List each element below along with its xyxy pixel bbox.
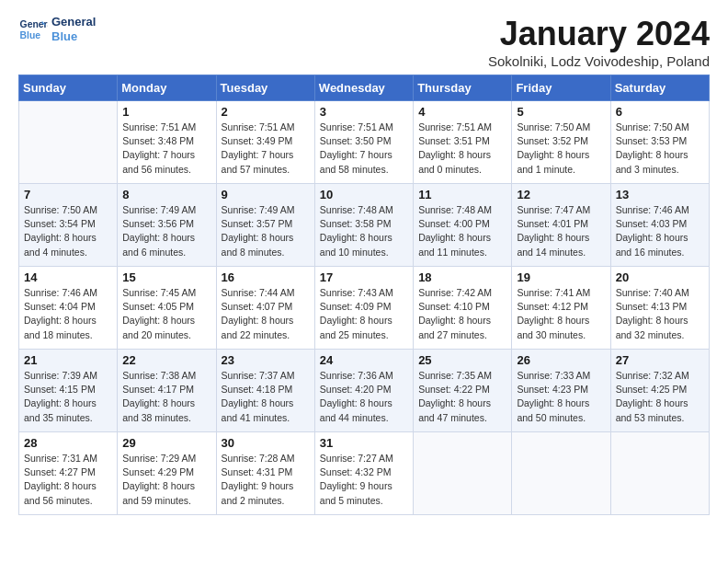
day-number: 31	[320, 436, 408, 450]
day-info: Sunrise: 7:49 AM Sunset: 3:57 PM Dayligh…	[222, 203, 310, 259]
day-info: Sunrise: 7:51 AM Sunset: 3:50 PM Dayligh…	[320, 121, 408, 177]
day-number: 28	[24, 436, 112, 450]
calendar-cell	[610, 432, 709, 515]
day-info: Sunrise: 7:50 AM Sunset: 3:54 PM Dayligh…	[24, 203, 112, 259]
day-number: 23	[222, 353, 310, 367]
day-info: Sunrise: 7:33 AM Sunset: 4:23 PM Dayligh…	[517, 369, 605, 425]
day-number: 12	[517, 188, 605, 201]
day-number: 29	[122, 436, 210, 450]
day-number: 11	[418, 188, 506, 201]
calendar-cell	[512, 432, 610, 515]
day-number: 3	[320, 105, 408, 119]
calendar-cell: 8Sunrise: 7:49 AM Sunset: 3:56 PM Daylig…	[118, 184, 216, 267]
day-number: 15	[122, 270, 210, 284]
day-number: 1	[122, 105, 210, 119]
day-number: 25	[418, 353, 506, 367]
calendar-subtitle: Sokolniki, Lodz Voivodeship, Poland	[488, 53, 710, 69]
calendar-cell: 16Sunrise: 7:44 AM Sunset: 4:07 PM Dayli…	[216, 267, 314, 350]
calendar-cell: 20Sunrise: 7:40 AM Sunset: 4:13 PM Dayli…	[610, 267, 709, 350]
calendar-cell: 18Sunrise: 7:42 AM Sunset: 4:10 PM Dayli…	[414, 267, 512, 350]
day-number: 26	[517, 353, 605, 367]
day-info: Sunrise: 7:43 AM Sunset: 4:09 PM Dayligh…	[320, 286, 408, 342]
day-number: 8	[122, 188, 210, 201]
day-number: 4	[418, 105, 506, 119]
day-info: Sunrise: 7:50 AM Sunset: 3:52 PM Dayligh…	[517, 121, 605, 177]
weekday-header-monday: Monday	[118, 75, 216, 101]
calendar-cell: 19Sunrise: 7:41 AM Sunset: 4:12 PM Dayli…	[512, 267, 610, 350]
calendar-week-row: 7Sunrise: 7:50 AM Sunset: 3:54 PM Daylig…	[19, 184, 710, 267]
day-number: 10	[320, 188, 408, 201]
calendar-cell: 24Sunrise: 7:36 AM Sunset: 4:20 PM Dayli…	[314, 350, 413, 432]
page-header: General Blue General Blue January 2024 S…	[18, 15, 710, 69]
day-number: 5	[517, 105, 605, 119]
svg-text:Blue: Blue	[20, 30, 41, 40]
calendar-cell: 15Sunrise: 7:45 AM Sunset: 4:05 PM Dayli…	[118, 267, 216, 350]
day-number: 30	[222, 436, 310, 450]
day-info: Sunrise: 7:50 AM Sunset: 3:53 PM Dayligh…	[616, 121, 704, 177]
day-number: 22	[122, 353, 210, 367]
day-number: 6	[616, 105, 704, 119]
calendar-week-row: 28Sunrise: 7:31 AM Sunset: 4:27 PM Dayli…	[19, 432, 710, 515]
calendar-table: SundayMondayTuesdayWednesdayThursdayFrid…	[18, 75, 710, 515]
weekday-header-sunday: Sunday	[19, 75, 118, 101]
calendar-cell: 4Sunrise: 7:51 AM Sunset: 3:51 PM Daylig…	[414, 101, 512, 184]
calendar-cell: 5Sunrise: 7:50 AM Sunset: 3:52 PM Daylig…	[512, 101, 610, 184]
weekday-header-wednesday: Wednesday	[314, 75, 413, 101]
day-number: 14	[24, 270, 112, 284]
day-number: 9	[222, 188, 310, 201]
calendar-cell: 3Sunrise: 7:51 AM Sunset: 3:50 PM Daylig…	[314, 101, 413, 184]
calendar-cell: 2Sunrise: 7:51 AM Sunset: 3:49 PM Daylig…	[216, 101, 314, 184]
day-info: Sunrise: 7:37 AM Sunset: 4:18 PM Dayligh…	[222, 369, 310, 425]
day-number: 13	[616, 188, 704, 201]
calendar-cell: 25Sunrise: 7:35 AM Sunset: 4:22 PM Dayli…	[414, 350, 512, 432]
day-number: 18	[418, 270, 506, 284]
day-info: Sunrise: 7:31 AM Sunset: 4:27 PM Dayligh…	[24, 452, 112, 508]
calendar-cell: 9Sunrise: 7:49 AM Sunset: 3:57 PM Daylig…	[216, 184, 314, 267]
calendar-cell: 27Sunrise: 7:32 AM Sunset: 4:25 PM Dayli…	[610, 350, 709, 432]
calendar-cell: 12Sunrise: 7:47 AM Sunset: 4:01 PM Dayli…	[512, 184, 610, 267]
calendar-week-row: 1Sunrise: 7:51 AM Sunset: 3:48 PM Daylig…	[19, 101, 710, 184]
day-info: Sunrise: 7:40 AM Sunset: 4:13 PM Dayligh…	[616, 286, 704, 342]
calendar-cell: 22Sunrise: 7:38 AM Sunset: 4:17 PM Dayli…	[118, 350, 216, 432]
day-info: Sunrise: 7:36 AM Sunset: 4:20 PM Dayligh…	[320, 369, 408, 425]
calendar-cell: 10Sunrise: 7:48 AM Sunset: 3:58 PM Dayli…	[314, 184, 413, 267]
day-number: 17	[320, 270, 408, 284]
calendar-cell: 1Sunrise: 7:51 AM Sunset: 3:48 PM Daylig…	[118, 101, 216, 184]
day-info: Sunrise: 7:51 AM Sunset: 3:49 PM Dayligh…	[222, 121, 310, 177]
calendar-cell: 13Sunrise: 7:46 AM Sunset: 4:03 PM Dayli…	[610, 184, 709, 267]
day-info: Sunrise: 7:47 AM Sunset: 4:01 PM Dayligh…	[517, 203, 605, 259]
day-info: Sunrise: 7:44 AM Sunset: 4:07 PM Dayligh…	[222, 286, 310, 342]
calendar-cell: 7Sunrise: 7:50 AM Sunset: 3:54 PM Daylig…	[19, 184, 118, 267]
calendar-cell: 11Sunrise: 7:48 AM Sunset: 4:00 PM Dayli…	[414, 184, 512, 267]
day-info: Sunrise: 7:48 AM Sunset: 3:58 PM Dayligh…	[320, 203, 408, 259]
calendar-cell	[414, 432, 512, 515]
logo-icon: General Blue	[18, 15, 48, 44]
day-info: Sunrise: 7:49 AM Sunset: 3:56 PM Dayligh…	[122, 203, 210, 259]
day-info: Sunrise: 7:27 AM Sunset: 4:32 PM Dayligh…	[320, 452, 408, 508]
day-number: 27	[616, 353, 704, 367]
day-info: Sunrise: 7:51 AM Sunset: 3:51 PM Dayligh…	[418, 121, 506, 177]
logo-text-general: General	[51, 15, 96, 29]
day-info: Sunrise: 7:32 AM Sunset: 4:25 PM Dayligh…	[616, 369, 704, 425]
day-info: Sunrise: 7:46 AM Sunset: 4:03 PM Dayligh…	[616, 203, 704, 259]
svg-text:General: General	[20, 19, 48, 29]
day-number: 7	[24, 188, 112, 201]
calendar-cell: 31Sunrise: 7:27 AM Sunset: 4:32 PM Dayli…	[314, 432, 413, 515]
day-info: Sunrise: 7:35 AM Sunset: 4:22 PM Dayligh…	[418, 369, 506, 425]
day-info: Sunrise: 7:28 AM Sunset: 4:31 PM Dayligh…	[222, 452, 310, 508]
calendar-header-row: SundayMondayTuesdayWednesdayThursdayFrid…	[19, 75, 710, 101]
day-number: 16	[222, 270, 310, 284]
day-info: Sunrise: 7:41 AM Sunset: 4:12 PM Dayligh…	[517, 286, 605, 342]
day-number: 20	[616, 270, 704, 284]
calendar-cell: 17Sunrise: 7:43 AM Sunset: 4:09 PM Dayli…	[314, 267, 413, 350]
calendar-title: January 2024	[488, 15, 710, 53]
day-info: Sunrise: 7:45 AM Sunset: 4:05 PM Dayligh…	[122, 286, 210, 342]
calendar-week-row: 14Sunrise: 7:46 AM Sunset: 4:04 PM Dayli…	[19, 267, 710, 350]
day-number: 19	[517, 270, 605, 284]
calendar-cell: 28Sunrise: 7:31 AM Sunset: 4:27 PM Dayli…	[19, 432, 118, 515]
calendar-cell: 23Sunrise: 7:37 AM Sunset: 4:18 PM Dayli…	[216, 350, 314, 432]
calendar-cell	[19, 101, 118, 184]
day-info: Sunrise: 7:39 AM Sunset: 4:15 PM Dayligh…	[24, 369, 112, 425]
logo: General Blue General Blue	[18, 15, 96, 44]
day-info: Sunrise: 7:29 AM Sunset: 4:29 PM Dayligh…	[122, 452, 210, 508]
